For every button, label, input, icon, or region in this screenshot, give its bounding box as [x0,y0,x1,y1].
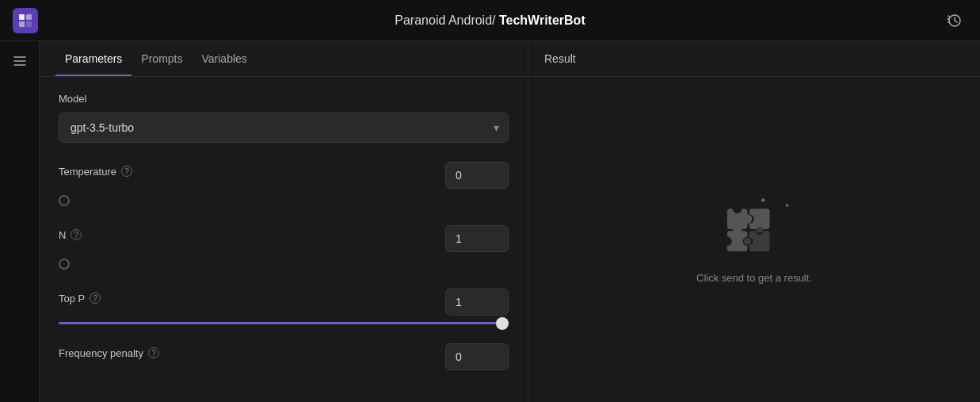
tab-prompts[interactable]: Prompts [132,41,192,76]
svg-point-21 [744,237,751,244]
temperature-label: Temperature ? [59,166,132,178]
n-label: N ? [59,229,82,241]
star-icon-2: ✦ [784,202,790,209]
n-help-icon[interactable]: ? [71,229,82,240]
result-header: Result [528,41,980,77]
result-body: ✦ ✦ [528,77,980,402]
app-header: Paranoid Android/ TechWriterBot [0,0,980,41]
temperature-section: Temperature ? [59,162,509,206]
tab-parameters[interactable]: Parameters [55,41,132,76]
tab-variables[interactable]: Variables [192,41,256,76]
top-p-slider-row [59,322,509,324]
frequency-penalty-label: Frequency penalty ? [59,347,159,359]
left-panel: Parameters Prompts Variables Model gpt-3… [40,41,528,402]
model-section: Model gpt-3.5-turbo gpt-4 gpt-4-turbo ▾ [59,93,509,143]
top-p-input[interactable] [445,289,509,316]
top-p-section: Top P ? [59,289,509,324]
model-select-wrapper: gpt-3.5-turbo gpt-4 gpt-4-turbo ▾ [59,113,509,143]
svg-point-14 [743,214,753,224]
temperature-slider-indicator [59,195,70,206]
svg-point-11 [733,204,742,213]
top-p-help-icon[interactable]: ? [90,293,101,304]
top-p-slider[interactable] [59,322,509,324]
n-input[interactable] [445,225,509,252]
temperature-row: Temperature ? [59,162,509,189]
puzzle-icon-container: ✦ ✦ [719,196,790,259]
n-row: N ? [59,225,509,252]
frequency-penalty-help-icon[interactable]: ? [148,347,159,358]
history-button[interactable] [942,8,967,33]
parameters-panel: Model gpt-3.5-turbo gpt-4 gpt-4-turbo ▾ … [40,77,528,402]
model-label: Model [59,93,509,105]
model-select[interactable]: gpt-3.5-turbo gpt-4 gpt-4-turbo [59,113,509,143]
frequency-penalty-row: Frequency penalty ? [59,343,509,370]
temperature-slider-row [59,195,509,206]
frequency-penalty-input[interactable] [445,343,509,370]
svg-point-15 [723,236,732,246]
app-logo [13,8,38,33]
result-hint: Click send to get a result. [696,272,812,284]
frequency-penalty-section: Frequency penalty ? [59,343,509,370]
svg-rect-1 [26,14,32,20]
temperature-input[interactable] [445,162,509,189]
top-p-label: Top P ? [59,293,101,304]
svg-point-19 [756,225,763,232]
app-title: Paranoid Android/ TechWriterBot [395,13,585,28]
n-section: N ? [59,225,509,270]
svg-point-12 [733,224,742,234]
tabs-bar: Parameters Prompts Variables [40,41,528,77]
svg-rect-0 [19,14,25,20]
top-p-row: Top P ? [59,289,509,316]
puzzle-icon [723,204,778,255]
svg-rect-3 [26,21,32,27]
n-slider-row [59,258,509,270]
temperature-help-icon[interactable]: ? [121,166,132,177]
main-layout: Parameters Prompts Variables Model gpt-3… [0,41,980,402]
sidebar [0,41,40,402]
right-panel: Result ✦ ✦ [528,41,980,402]
svg-rect-2 [19,21,25,27]
sidebar-menu-button[interactable] [13,54,27,71]
n-slider-indicator [59,258,70,270]
